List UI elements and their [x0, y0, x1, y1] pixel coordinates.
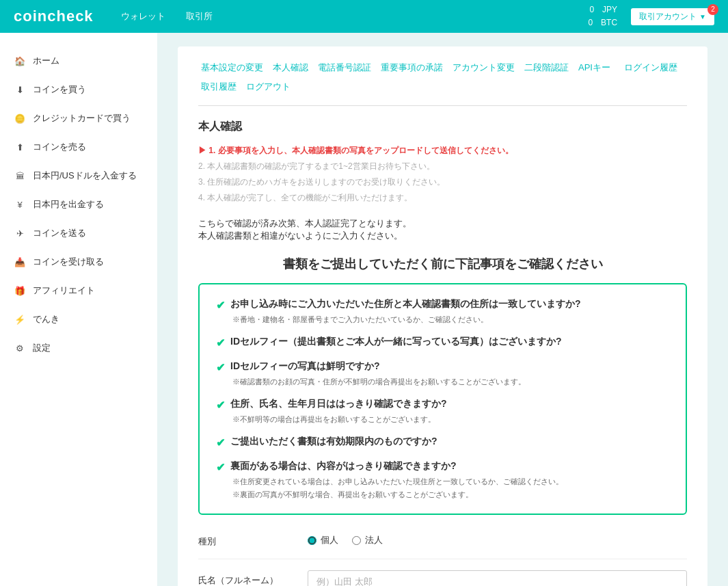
- check-icon-1: ✔: [216, 299, 225, 312]
- sidebar-item-settings[interactable]: ⚙ 設定: [0, 334, 157, 362]
- header-nav: ウォレット 取引所: [121, 10, 213, 23]
- sidebar: 🏠 ホーム ⬇ コインを買う 🪙 クレジットカードで買う ⬆ コインを売る 🏛 …: [0, 33, 157, 586]
- check-item-1: ✔ お申し込み時にご入力いただいた住所と本人確認書類の住所は一致していますか? …: [216, 298, 669, 325]
- sidebar-item-deposit-jpy[interactable]: 🏛 日本円/USドルを入金する: [0, 161, 157, 190]
- receive-icon: 📥: [14, 257, 26, 267]
- form-row-type: 種別 個人 法人: [198, 531, 687, 559]
- check-icon-6: ✔: [216, 461, 225, 474]
- layout: 🏠 ホーム ⬇ コインを買う 🪙 クレジットカードで買う ⬆ コインを売る 🏛 …: [0, 33, 728, 586]
- check-icon-2: ✔: [216, 336, 225, 349]
- sub-nav: 基本設定の変更 本人確認 電話番号認証 重要事項の承諾 アカウント変更 二段階認…: [198, 60, 687, 106]
- buy-coin-icon: ⬇: [14, 85, 26, 95]
- subnav-identity[interactable]: 本人確認: [270, 60, 311, 75]
- electricity-icon: ⚡: [14, 315, 26, 325]
- radio-group: 個人 法人: [308, 531, 687, 546]
- sidebar-item-home[interactable]: 🏠 ホーム: [0, 46, 157, 75]
- jpy-balance: 0 JPY: [589, 4, 617, 16]
- steps: 1. 必要事項を入力し、本人確認書類の写真をアップロードして送信してください。 …: [198, 145, 687, 204]
- bank-icon: 🏛: [14, 171, 26, 181]
- subnav-account-change[interactable]: アカウント変更: [450, 60, 517, 75]
- radio-corporate[interactable]: 法人: [352, 534, 383, 546]
- check-item-3: ✔ IDセルフィーの写真は鮮明ですか? ※確認書類のお顔の写真・住所が不鮮明の場…: [216, 360, 669, 387]
- step-3: 3. 住所確認のためハガキをお送りしますのでお受け取りください。: [198, 176, 687, 188]
- sidebar-item-sell-coin[interactable]: ⬆ コインを売る: [0, 133, 157, 161]
- sidebar-item-buy-coin[interactable]: ⬇ コインを買う: [0, 75, 157, 104]
- subnav-api-key[interactable]: APIキー: [576, 60, 613, 75]
- step-1: 1. 必要事項を入力し、本人確認書類の写真をアップロードして送信してください。: [198, 145, 687, 157]
- subnav-trade-history[interactable]: 取引履歴: [198, 79, 239, 94]
- description: こちらで確認が済み次第、本人認証完了となります。 本人確認書類と相違がないように…: [198, 217, 687, 242]
- page-title: 本人確認: [198, 120, 687, 134]
- subnav-phone-verify[interactable]: 電話番号認証: [315, 60, 374, 75]
- logo: coincheck: [14, 8, 94, 25]
- type-label: 種別: [198, 531, 308, 548]
- balance-info: 0 JPY 0 BTC: [588, 4, 617, 29]
- check-item-4: ✔ 住所、氏名、生年月日ははっきり確認できますか? ※不鮮明等の場合は再提出をお…: [216, 398, 669, 425]
- main-content: 基本設定の変更 本人確認 電話番号認証 重要事項の承諾 アカウント変更 二段階認…: [157, 33, 728, 586]
- step-2: 2. 本人確認書類の確認が完了するまで1~2営業日お待ち下さい。: [198, 161, 687, 172]
- account-button[interactable]: 取引アカウント ▼ 2: [631, 8, 714, 25]
- form-section: 種別 個人 法人: [198, 531, 687, 586]
- subnav-login-history[interactable]: ログイン履歴: [621, 60, 680, 75]
- subnav-two-factor[interactable]: 二段階認証: [522, 60, 571, 75]
- type-control: 個人 法人: [308, 531, 687, 546]
- sidebar-item-withdraw-jpy[interactable]: ¥ 日本円を出金する: [0, 190, 157, 219]
- sidebar-item-receive-coin[interactable]: 📥 コインを受け取る: [0, 248, 157, 276]
- check-icon-4: ✔: [216, 399, 225, 412]
- section-heading: 書類をご提出していただく前に下記事項をご確認ください: [198, 256, 687, 272]
- yen-icon: ¥: [14, 200, 26, 210]
- send-icon: ✈: [14, 228, 26, 239]
- check-icon-3: ✔: [216, 361, 225, 374]
- sell-coin-icon: ⬆: [14, 142, 26, 152]
- home-icon: 🏠: [14, 56, 26, 66]
- check-icon-5: ✔: [216, 436, 225, 449]
- name-control: [308, 570, 687, 586]
- header: coincheck ウォレット 取引所 0 JPY 0 BTC 取引アカウント …: [0, 0, 728, 33]
- check-item-6: ✔ 裏面がある場合は、内容がはっきり確認できますか? ※住所変更されている場合は…: [216, 460, 669, 500]
- name-label: 氏名（フルネーム）: [198, 570, 308, 586]
- check-item-5: ✔ ご提出いただく書類は有効期限内のものですか?: [216, 436, 669, 449]
- btc-balance: 0 BTC: [588, 17, 617, 29]
- account-badge: 2: [707, 4, 718, 15]
- name-input[interactable]: [308, 570, 687, 586]
- subnav-basic-settings[interactable]: 基本設定の変更: [198, 60, 266, 75]
- checklist-box: ✔ お申し込み時にご入力いただいた住所と本人確認書類の住所は一致していますか? …: [198, 283, 687, 515]
- content-card: 基本設定の変更 本人確認 電話番号認証 重要事項の承諾 アカウント変更 二段階認…: [178, 46, 707, 586]
- check-item-2: ✔ IDセルフィー（提出書類とご本人が一緒に写っている写真）はございますか?: [216, 336, 669, 349]
- sidebar-item-send-coin[interactable]: ✈ コインを送る: [0, 219, 157, 248]
- sidebar-item-electricity[interactable]: ⚡ でんき: [0, 305, 157, 334]
- subnav-important-matters[interactable]: 重要事項の承諾: [378, 60, 446, 75]
- sidebar-item-affiliate[interactable]: 🎁 アフィリエイト: [0, 276, 157, 305]
- affiliate-icon: 🎁: [14, 286, 26, 296]
- nav-exchange[interactable]: 取引所: [186, 10, 213, 23]
- subnav-logout[interactable]: ログアウト: [243, 79, 293, 94]
- form-row-name: 氏名（フルネーム）: [198, 570, 687, 586]
- header-right: 0 JPY 0 BTC 取引アカウント ▼ 2: [588, 4, 714, 29]
- sidebar-item-buy-credit[interactable]: 🪙 クレジットカードで買う: [0, 104, 157, 133]
- radio-individual[interactable]: 個人: [308, 534, 338, 546]
- step-4: 4. 本人確認が完了し、全ての機能がご利用いただけます。: [198, 192, 687, 204]
- nav-wallet[interactable]: ウォレット: [121, 10, 165, 23]
- credit-card-icon: 🪙: [14, 114, 26, 124]
- gear-icon: ⚙: [14, 343, 26, 354]
